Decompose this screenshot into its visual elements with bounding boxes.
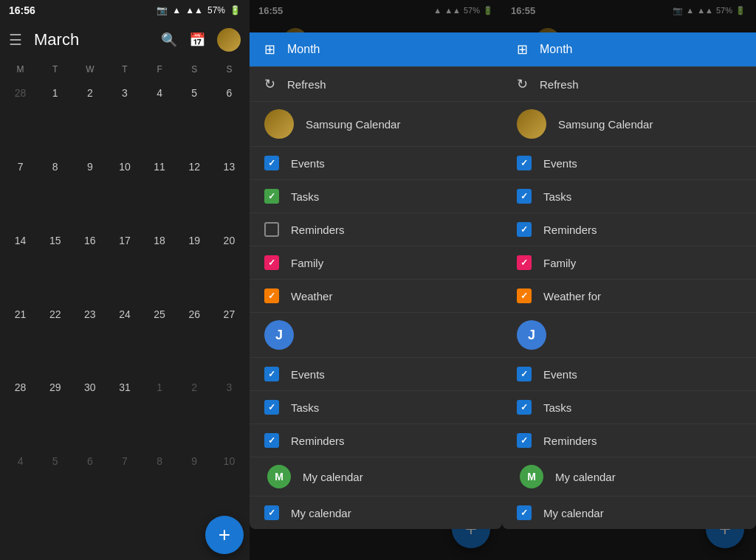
- r-menu-item-tasks-1[interactable]: ✓ Tasks: [502, 179, 756, 212]
- r-menu-item-events-2[interactable]: ✓ Events: [502, 357, 756, 390]
- cal-day-7[interactable]: 7: [3, 153, 38, 227]
- menu-item-weather-1[interactable]: ✓ Weather: [250, 279, 502, 312]
- month-title: March: [34, 30, 161, 49]
- cal-day-31[interactable]: 31: [107, 374, 142, 448]
- cal-day-2next[interactable]: 2: [177, 374, 212, 448]
- reminders-checkbox-2[interactable]: ✓: [264, 433, 279, 448]
- menu-item-reminders-2[interactable]: ✓ Reminders: [250, 424, 502, 457]
- menu-item-samsung-account[interactable]: Samsung Calendar: [250, 101, 502, 146]
- cal-day-3next[interactable]: 3: [212, 374, 247, 448]
- cal-day-8next[interactable]: 8: [142, 448, 177, 522]
- mycal-label: My calendar: [291, 507, 351, 519]
- search-icon[interactable]: 🔍: [161, 32, 177, 48]
- cal-day-5next[interactable]: 5: [38, 448, 72, 522]
- cal-day-20[interactable]: 20: [212, 227, 247, 301]
- cal-day-8[interactable]: 8: [38, 153, 72, 227]
- r-menu-item-month[interactable]: ⊞ Month: [502, 32, 756, 66]
- menu-item-mycal[interactable]: ✓ My calendar: [250, 496, 502, 529]
- cal-day-18[interactable]: 18: [142, 227, 177, 301]
- r-menu-item-mycal-account[interactable]: M My calendar: [502, 457, 756, 496]
- cal-day-10[interactable]: 10: [107, 153, 142, 227]
- r-weather-checkbox-1[interactable]: ✓: [517, 288, 532, 303]
- r-tasks-checkbox-1[interactable]: ✓: [517, 189, 532, 204]
- fab-button[interactable]: +: [205, 516, 244, 554]
- cal-day-9next[interactable]: 9: [177, 448, 212, 522]
- r-reminders-checkbox-2[interactable]: ✓: [517, 433, 532, 448]
- r-menu-item-weather-1[interactable]: ✓ Weather for: [502, 279, 756, 312]
- cal-day-6[interactable]: 6: [212, 80, 247, 153]
- r-m-avatar: M: [520, 465, 543, 488]
- events-checkbox-2[interactable]: ✓: [264, 367, 279, 381]
- cal-day-21[interactable]: 21: [3, 301, 38, 375]
- calendar-view-icon[interactable]: 📅: [189, 32, 205, 48]
- middle-dropdown-menu: ⊞ Month ↻ Refresh Samsung Calendar ✓ Eve…: [250, 32, 502, 529]
- avatar[interactable]: [217, 28, 241, 52]
- cal-day-3[interactable]: 3: [107, 80, 142, 153]
- cal-day-17[interactable]: 17: [107, 227, 142, 301]
- r-samsung-avatar: [517, 109, 546, 139]
- menu-item-tasks-2[interactable]: ✓ Tasks: [250, 390, 502, 424]
- cal-day-11[interactable]: 11: [142, 153, 177, 227]
- cal-day-28[interactable]: 28: [3, 374, 38, 448]
- cal-day-15[interactable]: 15: [38, 227, 72, 301]
- cal-day-13[interactable]: 13: [212, 153, 247, 227]
- cal-day-22[interactable]: 22: [38, 301, 72, 375]
- menu-item-events-1[interactable]: ✓ Events: [250, 146, 502, 179]
- r-events-checkbox-1[interactable]: ✓: [517, 156, 532, 170]
- cal-day-14[interactable]: 14: [3, 227, 38, 301]
- cal-day-12[interactable]: 12: [177, 153, 212, 227]
- cal-day-5[interactable]: 5: [177, 80, 212, 153]
- r-menu-item-family-1[interactable]: ✓ Family: [502, 246, 756, 279]
- r-menu-item-j-account[interactable]: J: [502, 312, 756, 357]
- cal-day-16[interactable]: 16: [72, 227, 107, 301]
- cal-day-4[interactable]: 4: [142, 80, 177, 153]
- cal-day-30[interactable]: 30: [72, 374, 107, 448]
- weather-checkbox-1[interactable]: ✓: [264, 288, 279, 303]
- cal-day-7next[interactable]: 7: [107, 448, 142, 522]
- menu-item-month[interactable]: ⊞ Month: [250, 32, 502, 66]
- cal-day-10next[interactable]: 10: [212, 448, 247, 522]
- menu-item-events-2[interactable]: ✓ Events: [250, 357, 502, 390]
- cal-day-19[interactable]: 19: [177, 227, 212, 301]
- reminders-checkbox-1[interactable]: [264, 222, 279, 237]
- cal-day-4next[interactable]: 4: [3, 448, 38, 522]
- r-menu-item-refresh[interactable]: ↻ Refresh: [502, 66, 756, 101]
- cal-day-9[interactable]: 9: [72, 153, 107, 227]
- events-checkbox-1[interactable]: ✓: [264, 156, 279, 170]
- menu-item-reminders-1[interactable]: Reminders: [250, 212, 502, 246]
- cal-day-23[interactable]: 23: [72, 301, 107, 375]
- menu-item-j-account[interactable]: J: [250, 312, 502, 357]
- cal-day-26[interactable]: 26: [177, 301, 212, 375]
- r-reminders-checkbox-1[interactable]: ✓: [517, 222, 532, 237]
- r-menu-item-tasks-2[interactable]: ✓ Tasks: [502, 390, 756, 424]
- cal-day-28prev[interactable]: 28: [3, 80, 38, 153]
- family-checkbox-1[interactable]: ✓: [264, 255, 279, 270]
- tasks-checkbox-1[interactable]: ✓: [264, 189, 279, 204]
- r-events-checkbox-2[interactable]: ✓: [517, 367, 532, 381]
- r-menu-item-samsung-account[interactable]: Samsung Calendar: [502, 101, 756, 146]
- menu-item-tasks-1[interactable]: ✓ Tasks: [250, 179, 502, 212]
- r-family-checkbox-1[interactable]: ✓: [517, 255, 532, 270]
- r-tasks-checkbox-2[interactable]: ✓: [517, 400, 532, 415]
- r-menu-item-mycal[interactable]: ✓ My calendar: [502, 496, 756, 529]
- r-mycal-checkbox[interactable]: ✓: [517, 505, 532, 520]
- cal-day-27[interactable]: 27: [212, 301, 247, 375]
- r-menu-item-reminders-1[interactable]: ✓ Reminders: [502, 212, 756, 246]
- menu-item-family-1[interactable]: ✓ Family: [250, 246, 502, 279]
- hamburger-icon[interactable]: ☰: [9, 31, 22, 49]
- menu-item-refresh[interactable]: ↻ Refresh: [250, 66, 502, 101]
- r-menu-item-events-1[interactable]: ✓ Events: [502, 146, 756, 179]
- menu-item-mycal-account[interactable]: M My calendar: [250, 457, 502, 496]
- mycal-checkbox[interactable]: ✓: [264, 505, 279, 520]
- r-tasks-label-1: Tasks: [543, 190, 571, 203]
- cal-day-1[interactable]: 1: [38, 80, 72, 153]
- cal-day-6next[interactable]: 6: [72, 448, 107, 522]
- cal-day-25[interactable]: 25: [142, 301, 177, 375]
- cal-day-24[interactable]: 24: [107, 301, 142, 375]
- cal-day-29[interactable]: 29: [38, 374, 72, 448]
- cal-day-2[interactable]: 2: [72, 80, 107, 153]
- mycal-account-label: My calendar: [303, 471, 363, 483]
- cal-day-1next[interactable]: 1: [142, 374, 177, 448]
- r-menu-item-reminders-2[interactable]: ✓ Reminders: [502, 424, 756, 457]
- tasks-checkbox-2[interactable]: ✓: [264, 400, 279, 415]
